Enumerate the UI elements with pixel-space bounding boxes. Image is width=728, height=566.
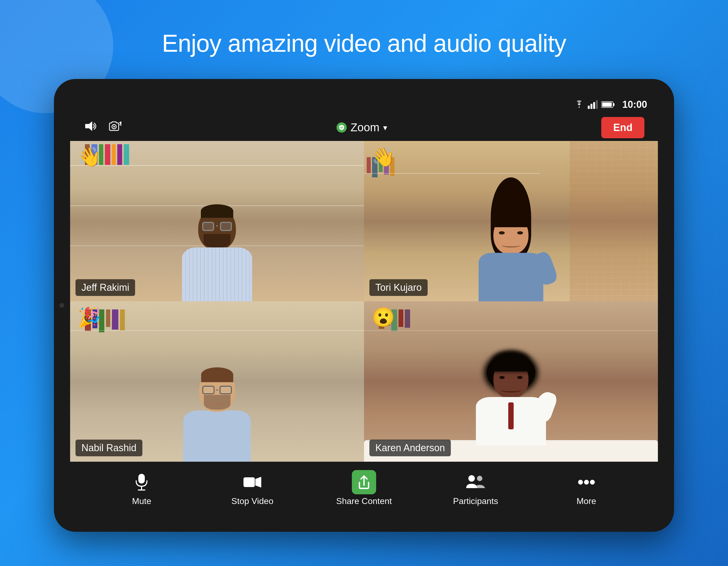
more-button[interactable]: More <box>559 471 613 506</box>
video-grid: 👋 Jeff Rakimi <box>70 141 658 462</box>
stop-video-button[interactable]: Stop Video <box>225 471 279 506</box>
svg-point-9 <box>113 126 115 128</box>
share-content-icon <box>352 471 376 493</box>
svg-rect-3 <box>596 100 598 109</box>
svg-rect-10 <box>138 474 145 483</box>
svg-rect-5 <box>613 103 614 106</box>
page-title: Enjoy amazing video and audio quality <box>162 30 566 57</box>
status-icons: 10:00 <box>574 99 647 110</box>
more-dots-icon <box>578 471 595 493</box>
tablet-screen: 10:00 <box>70 95 658 516</box>
karen-emoji: 😮 <box>372 308 395 327</box>
svg-point-19 <box>590 480 595 485</box>
participant-cell-jeff: 👋 Jeff Rakimi <box>70 141 364 301</box>
toolbar: Mute Stop Video <box>70 462 658 516</box>
status-bar: 10:00 <box>70 95 658 114</box>
participant-cell-tori: 👋 Tori Kujaro <box>364 141 658 301</box>
svg-marker-7 <box>85 121 92 131</box>
share-content-label: Share Content <box>336 496 392 506</box>
top-bar: Zoom ▾ End <box>70 114 658 141</box>
more-label: More <box>576 496 596 506</box>
svg-point-16 <box>477 476 482 481</box>
karen-name-label: Karen Anderson <box>369 440 451 456</box>
video-camera-icon <box>243 471 262 493</box>
svg-rect-13 <box>243 477 255 487</box>
wifi-icon <box>574 100 585 109</box>
svg-rect-1 <box>590 104 592 109</box>
svg-rect-2 <box>593 102 595 109</box>
svg-marker-14 <box>255 477 261 488</box>
tablet-device: 10:00 <box>54 79 674 532</box>
share-content-button[interactable]: Share Content <box>336 471 392 506</box>
status-time: 10:00 <box>622 99 647 110</box>
jeff-name-label: Jeff Rakimi <box>75 279 135 296</box>
participants-label: Participants <box>453 496 498 506</box>
svg-point-17 <box>578 480 583 485</box>
participants-icon <box>466 471 486 493</box>
participants-button[interactable]: Participants <box>449 471 503 506</box>
svg-point-15 <box>468 475 475 482</box>
meeting-dropdown-icon[interactable]: ▾ <box>383 123 387 132</box>
nabil-emoji: 🎉 <box>78 308 101 327</box>
signal-icon <box>588 100 598 109</box>
svg-point-18 <box>584 480 589 485</box>
top-bar-left <box>84 120 122 135</box>
stop-video-label: Stop Video <box>231 496 273 506</box>
tori-name-label: Tori Kujaro <box>369 279 428 296</box>
tori-emoji: 👋 <box>372 148 395 166</box>
svg-rect-0 <box>588 106 590 109</box>
share-icon-bg <box>352 470 376 494</box>
mute-button[interactable]: Mute <box>115 471 169 506</box>
end-button[interactable]: End <box>601 117 644 138</box>
battery-icon <box>601 101 615 108</box>
mute-label: Mute <box>132 496 151 506</box>
nabil-name-label: Nabil Rashid <box>75 440 142 456</box>
jeff-emoji: 👋 <box>78 148 101 166</box>
participant-cell-karen: 😮 Karen Anderson <box>364 301 658 462</box>
top-bar-center: Zoom ▾ <box>336 121 387 134</box>
microphone-icon <box>134 471 149 493</box>
volume-icon[interactable] <box>84 120 98 135</box>
svg-rect-6 <box>602 102 612 107</box>
zoom-shield-icon <box>336 122 347 133</box>
meeting-name: Zoom <box>351 121 379 134</box>
participant-cell-nabil: 🎉 Nabil Rashid <box>70 301 364 462</box>
camera-flip-icon[interactable] <box>108 120 122 135</box>
